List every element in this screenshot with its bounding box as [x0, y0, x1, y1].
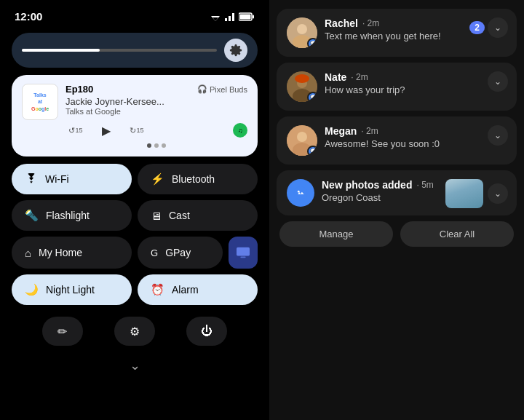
wifi-icon: [25, 173, 38, 186]
notif-megan-time: · 2m: [361, 126, 378, 136]
notif-nate: 💬 Nate · 2m How was your trip? ⌄: [277, 63, 517, 111]
notif-megan-text: Awesome! See you soon :0: [325, 138, 507, 149]
media-subtitle: Talks at Google: [66, 107, 247, 116]
svg-rect-8: [237, 247, 250, 256]
media-device-label: Pixel Buds: [210, 85, 247, 94]
tile-wifi[interactable]: Wi-Fi: [12, 164, 132, 194]
notif-nate-actions: ⌄: [488, 71, 508, 92]
tile-bluetooth[interactable]: ⚡ Bluetooth: [138, 164, 258, 194]
messages-app-badge-nate: 💬: [307, 92, 317, 102]
notif-megan-actions: ⌄: [488, 125, 508, 146]
media-card: TalksatGoogle Ep180 🎧 Pixel Buds Jackie …: [12, 75, 258, 156]
notif-nate-name: Nate: [325, 71, 346, 83]
gear-icon-circle[interactable]: [224, 39, 247, 62]
gpay-icon: G: [151, 247, 158, 258]
notif-footer: Manage Clear All: [277, 221, 517, 247]
tiles-grid: Wi-Fi ⚡ Bluetooth 🔦 Flashlight 🖥 Cast ⌂ …: [12, 164, 258, 305]
notif-nate-time: · 2m: [351, 72, 368, 82]
notif-megan-expand-button[interactable]: ⌄: [488, 125, 508, 146]
notif-photos-expand-button[interactable]: ⌄: [488, 183, 508, 204]
svg-rect-9: [240, 256, 245, 258]
pixel-buds-icon: 🎧: [197, 84, 207, 94]
settings-button[interactable]: ⚙: [114, 317, 155, 346]
nightlight-icon: 🌙: [25, 283, 39, 296]
media-title: Jackie Joyner-Kersee...: [66, 96, 247, 107]
power-button[interactable]: ⏻: [186, 317, 227, 346]
avatar-rachel: 💬: [287, 17, 317, 48]
rewind-button[interactable]: ↺15: [66, 120, 86, 140]
photo-thumbnail: [445, 179, 483, 208]
messages-app-badge-megan: 💬: [307, 146, 317, 156]
right-panel: 💬 Rachel · 2m Text me when you get here!…: [269, 0, 524, 420]
svg-rect-2: [225, 18, 227, 21]
myhome-label: My Home: [39, 247, 82, 258]
media-logo: TalksatGoogle: [22, 84, 58, 120]
messages-app-badge: 💬: [307, 38, 317, 48]
play-button[interactable]: ▶: [96, 120, 116, 140]
screen-icon: [235, 246, 251, 259]
tile-myhome[interactable]: ⌂ My Home: [12, 237, 132, 269]
power-icon: ⏻: [201, 325, 213, 338]
edit-button[interactable]: ✏: [42, 317, 83, 346]
notif-rachel: 💬 Rachel · 2m Text me when you get here!…: [277, 9, 517, 57]
photos-icon: [293, 185, 309, 201]
photos-icon-circle: [287, 179, 314, 207]
media-dots: [66, 143, 247, 148]
notif-rachel-name: Rachel: [325, 17, 358, 29]
forward-button[interactable]: ↻15: [127, 120, 147, 140]
media-controls: ↺15 ▶ ↻15 ♫: [66, 120, 247, 140]
manage-button[interactable]: Manage: [279, 221, 393, 247]
svg-point-21: [298, 191, 300, 193]
photo-thumb-inner: [445, 179, 483, 208]
alarm-icon: ⏰: [151, 283, 164, 296]
alarm-label: Alarm: [172, 284, 199, 296]
svg-point-18: [297, 132, 307, 142]
edit-icon: ✏: [57, 325, 67, 338]
screen-tile[interactable]: [229, 237, 258, 269]
notif-megan-name: Megan: [325, 125, 357, 137]
bluetooth-label: Bluetooth: [172, 173, 215, 185]
notif-nate-header: Nate · 2m: [325, 71, 507, 83]
tile-alarm[interactable]: ⏰ Alarm: [138, 274, 258, 305]
svg-rect-6: [253, 15, 254, 18]
tile-nightlight[interactable]: 🌙 Night Light: [12, 274, 132, 305]
media-top-row: Ep180 🎧 Pixel Buds: [66, 84, 247, 95]
wifi-label: Wi-Fi: [45, 173, 69, 185]
flashlight-icon: 🔦: [25, 209, 39, 222]
notif-megan-header: Megan · 2m: [325, 125, 507, 137]
notif-rachel-time: · 2m: [362, 18, 379, 28]
home-icon: ⌂: [25, 247, 31, 259]
svg-point-16: [295, 74, 309, 83]
tile-cast[interactable]: 🖥 Cast: [138, 200, 258, 231]
svg-rect-3: [229, 16, 231, 21]
brightness-slider[interactable]: [22, 49, 217, 52]
dot-1: [147, 143, 151, 148]
brightness-fill: [22, 49, 100, 52]
tile-flashlight[interactable]: 🔦 Flashlight: [12, 200, 132, 231]
cast-label: Cast: [169, 210, 190, 221]
spotify-icon: ♫: [233, 123, 247, 138]
flashlight-label: Flashlight: [46, 210, 90, 221]
notif-megan: 💬 Megan · 2m Awesome! See you soon :0 ⌄: [277, 116, 517, 165]
svg-rect-7: [240, 14, 251, 19]
notif-photos-actions: ⌄: [445, 179, 508, 208]
cellular-icon: [224, 12, 236, 21]
gear-icon: [229, 44, 242, 57]
dot-2: [154, 143, 159, 148]
notif-expand-button[interactable]: ⌄: [488, 17, 508, 38]
media-episode: Ep180: [66, 84, 93, 95]
tile-gpay[interactable]: G GPay: [138, 237, 223, 269]
notif-photos: New photos added · 5m Oregon Coast ⌄: [277, 170, 517, 215]
svg-point-11: [297, 24, 307, 34]
chevron-down-icon[interactable]: ⌄: [12, 357, 258, 376]
avatar-megan: 💬: [287, 125, 317, 156]
brightness-row[interactable]: [12, 33, 258, 68]
notif-count-badge: 2: [469, 21, 485, 34]
notif-nate-expand-button[interactable]: ⌄: [488, 71, 508, 92]
notif-photos-name: New photos added: [322, 179, 412, 191]
bluetooth-icon: ⚡: [151, 173, 164, 186]
wifi-status-icon: [210, 12, 221, 21]
clear-all-button[interactable]: Clear All: [400, 221, 514, 247]
settings-icon: ⚙: [130, 325, 140, 338]
left-panel: 12:00: [0, 0, 269, 420]
